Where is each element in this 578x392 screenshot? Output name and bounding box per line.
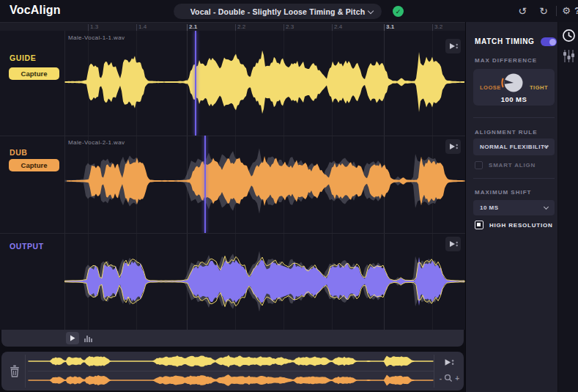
track-editor: 1.31.42.12.22.32.43.13.2 GUIDE Capture M… (0, 22, 465, 392)
output-waveform[interactable] (64, 233, 465, 330)
clock-icon (562, 29, 576, 42)
redo-button[interactable]: ↻ (537, 4, 550, 18)
guide-waveform[interactable]: Male-Vocal-1-1.wav (64, 31, 465, 136)
top-bar: VocAlign Vocal - Double - Slightly Loose… (0, 0, 578, 22)
output-track-label: OUTPUT (10, 242, 44, 251)
high-resolution-option[interactable]: HIGH RESOLUTION (475, 221, 553, 229)
overview-dub-shape (29, 374, 434, 385)
alignment-rule-value: NORMAL FLEXIBILITY (480, 144, 549, 150)
smart-align-checkbox[interactable] (475, 161, 483, 169)
toggle-knob (549, 39, 556, 45)
guide-capture-button[interactable]: Capture (9, 67, 59, 80)
output-track-options-button[interactable] (445, 237, 461, 251)
waveform-view-icon[interactable] (84, 334, 93, 342)
preset-label: Vocal - Double - Slightly Loose Timing &… (190, 7, 366, 16)
smart-align-option[interactable]: SMART ALIGN (475, 161, 536, 169)
tight-label: TIGHT (530, 84, 548, 91)
toolbar-divider (556, 6, 557, 16)
output-wave-svg (64, 233, 465, 330)
flag-cursor-icon (448, 240, 459, 248)
timing-tab-button[interactable] (561, 28, 576, 42)
dub-file-name: Male-Vocal-2-1.wav (68, 139, 125, 146)
flag-cursor-icon (443, 358, 455, 367)
alignment-rule-label: ALIGNMENT RULE (475, 129, 538, 136)
zoom-out-icon[interactable]: - (440, 374, 442, 382)
maximum-shift-select[interactable]: 10 MS (473, 200, 555, 215)
vocalign-window: VocAlign Vocal - Double - Slightly Loose… (0, 0, 578, 392)
guide-playhead[interactable] (195, 31, 196, 136)
high-resolution-label: HIGH RESOLUTION (489, 222, 553, 229)
max-difference-knob[interactable] (501, 70, 526, 95)
match-timing-label: MATCH TIMING (475, 37, 535, 45)
overview-cursor-button[interactable] (443, 357, 455, 370)
chevron-down-icon (544, 204, 549, 210)
guide-track-options-button[interactable] (445, 39, 461, 53)
overview-divider (25, 355, 26, 388)
smart-align-label: SMART ALIGN (489, 162, 536, 169)
zoom-in-icon[interactable]: + (455, 374, 459, 382)
max-difference-label: MAX DIFFERENCE (475, 57, 537, 64)
maximum-shift-value: 10 MS (480, 204, 499, 211)
overview-guide-shape (29, 355, 434, 368)
flag-cursor-icon (448, 142, 459, 151)
status-check-icon: ✓ (393, 6, 404, 17)
undo-button[interactable]: ↺ (516, 4, 529, 18)
high-resolution-checkbox[interactable] (475, 221, 483, 229)
panel-divider (473, 117, 555, 118)
pitch-tab-button[interactable] (561, 48, 576, 63)
max-difference-value: 100 MS (473, 95, 555, 103)
output-wave-shape (65, 257, 465, 306)
tracks-container: GUIDE Capture Male-Vocal-1-1.wav DUB (0, 31, 465, 330)
overview-divider (434, 355, 434, 388)
guide-wave-shape (65, 51, 465, 114)
overview-panel: - + (1, 352, 464, 391)
dub-waveform[interactable]: Male-Vocal-2-1.wav (64, 136, 465, 233)
dub-wave-shape (67, 156, 465, 206)
flag-cursor-icon (448, 42, 459, 51)
help-button[interactable]: ? (571, 4, 578, 18)
dub-capture-button[interactable]: Capture (9, 159, 59, 171)
magnifier-icon (444, 374, 453, 382)
timeline-ruler[interactable]: 1.31.42.12.22.32.43.13.2 (0, 22, 465, 31)
loose-label: LOOSE (480, 84, 501, 91)
app-logo: VocAlign (10, 4, 61, 17)
chevron-down-icon (368, 8, 374, 14)
dub-playhead[interactable] (204, 136, 206, 233)
guide-track-label: GUIDE (10, 53, 36, 62)
transport-bar (1, 330, 464, 347)
match-timing-toggle[interactable] (541, 37, 557, 46)
play-button[interactable] (66, 332, 79, 344)
settings-panel: MATCH TIMING MAX DIFFERENCE LOOSE TIGHT … (465, 22, 557, 392)
maximum-shift-label: MAXIMUM SHIFT (475, 189, 531, 196)
alignment-rule-select[interactable]: NORMAL FLEXIBILITY (473, 138, 555, 155)
preset-selector[interactable]: Vocal - Double - Slightly Loose Timing &… (174, 4, 382, 19)
guide-wave-svg (64, 31, 465, 136)
dub-wave-svg (64, 136, 465, 233)
panel-divider (473, 178, 555, 179)
zoom-control[interactable]: - + (440, 374, 459, 382)
trash-icon[interactable] (10, 365, 20, 377)
overview-lane-divider (28, 371, 434, 371)
dub-track-label: DUB (10, 148, 28, 157)
guide-file-name: Male-Vocal-1-1.wav (68, 34, 125, 41)
side-icon-rail (558, 22, 578, 392)
play-icon (70, 335, 75, 341)
sliders-icon (563, 49, 575, 63)
dub-track-options-button[interactable] (445, 139, 461, 154)
max-difference-control: LOOSE TIGHT 100 MS (473, 69, 555, 106)
